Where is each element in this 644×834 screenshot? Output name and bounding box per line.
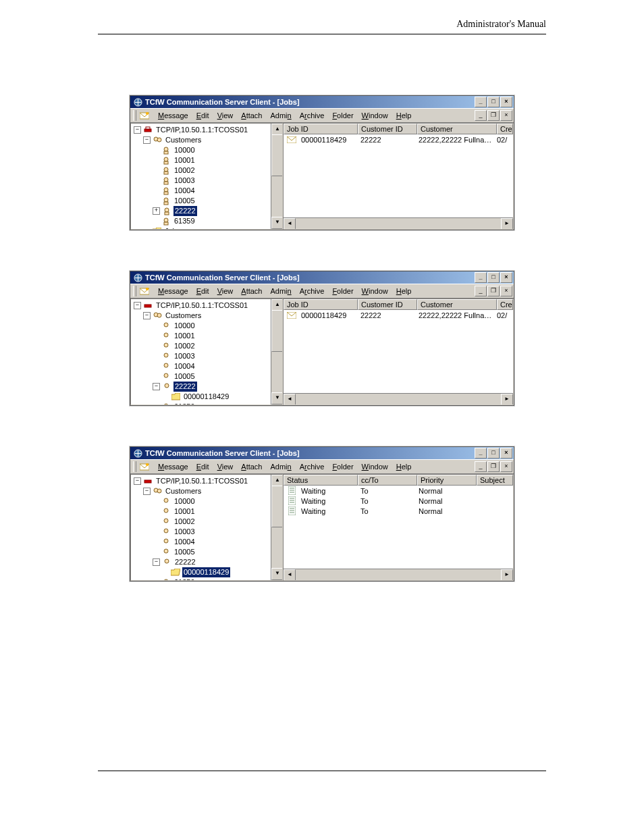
tree-job-row-selected[interactable]: 00000118429 — [134, 567, 282, 577]
minimize-button[interactable]: _ — [475, 272, 487, 283]
menu-folder[interactable]: Folder — [328, 463, 357, 471]
list-row[interactable]: 00000118429 22222 22222,22222 Fullna… 02… — [284, 134, 513, 145]
menu-folder[interactable]: Folder — [328, 287, 357, 295]
tree-pane[interactable]: −TCP/IP,10.50.1.1:TCOSS01 −Customers 100… — [130, 298, 283, 405]
list-row[interactable]: 00000118429 22222 22222,22222 Fullna… 02… — [284, 310, 513, 320]
scroll-right-icon[interactable]: ► — [501, 394, 513, 405]
mdi-restore-button[interactable]: ❐ — [487, 286, 500, 296]
collapse-icon[interactable]: − — [134, 126, 141, 134]
col-customer[interactable]: Customer — [417, 299, 497, 310]
tree-item-selected[interactable]: −22222 — [134, 382, 282, 392]
tree-item-expanded[interactable]: −22222 — [134, 557, 282, 567]
menu-help[interactable]: Help — [392, 463, 416, 471]
list-scrollbar-h[interactable]: ◄ ► — [284, 393, 513, 405]
tree-item[interactable]: 10005 — [134, 371, 282, 382]
col-subject[interactable]: Subject — [477, 475, 513, 486]
col-ccto[interactable]: cc/To — [358, 475, 417, 486]
tree-root-row[interactable]: −TCP/IP,10.50.1.1:TCOSS01 — [134, 476, 282, 486]
close-button[interactable]: × — [500, 448, 512, 459]
col-cre[interactable]: Cre. — [497, 299, 513, 310]
mdi-minimize-button[interactable]: _ — [475, 461, 487, 472]
mdi-restore-button[interactable]: ❐ — [487, 110, 500, 121]
maximize-button[interactable]: □ — [487, 448, 500, 459]
mdi-close-button[interactable]: × — [500, 110, 512, 121]
tree-item[interactable]: 10005 — [134, 547, 282, 557]
menu-view[interactable]: View — [213, 111, 238, 120]
scroll-thumb[interactable] — [271, 310, 283, 352]
menu-view[interactable]: View — [213, 463, 238, 471]
collapse-icon[interactable]: − — [143, 488, 151, 495]
tree-item[interactable]: 10000 — [134, 496, 282, 506]
menu-view[interactable]: View — [213, 287, 238, 295]
menu-edit[interactable]: Edit — [192, 287, 213, 295]
tree-item[interactable]: 10004 — [134, 186, 282, 196]
col-customer-id[interactable]: Customer ID — [358, 124, 417, 134]
mdi-close-button[interactable]: × — [500, 286, 512, 296]
tree-customers-row[interactable]: −Customers — [134, 486, 282, 496]
tree-scrollbar[interactable]: ▲ ▼ — [271, 124, 282, 229]
tree-item[interactable]: 10002 — [134, 165, 282, 176]
tree-jobs-row[interactable]: Jobs — [134, 226, 282, 230]
menu-archive[interactable]: Archive — [296, 111, 329, 120]
tree-item[interactable]: 10003 — [134, 351, 282, 361]
list-scrollbar-h[interactable]: ◄ ► — [284, 217, 513, 229]
tree-item[interactable]: 10002 — [134, 517, 282, 527]
menu-folder[interactable]: Folder — [328, 111, 357, 120]
minimize-button[interactable]: _ — [475, 97, 487, 107]
tree-item-selected[interactable]: +22222 — [134, 206, 282, 216]
maximize-button[interactable]: □ — [487, 272, 500, 283]
menu-archive[interactable]: Archive — [296, 287, 329, 295]
scroll-left-icon[interactable]: ◄ — [284, 394, 296, 405]
col-cre[interactable]: Cre. — [497, 124, 513, 134]
tree-customers-row[interactable]: −Customers — [134, 311, 282, 321]
toolbar-handle-icon[interactable] — [133, 110, 136, 121]
menu-message[interactable]: Message — [154, 287, 192, 295]
list-pane[interactable]: Job ID Customer ID Customer Cre. 0000011… — [283, 298, 514, 405]
col-priority[interactable]: Priority — [417, 475, 477, 486]
tree-item[interactable]: 61359 — [134, 216, 282, 226]
tree-item[interactable]: 10000 — [134, 321, 282, 331]
menu-archive[interactable]: Archive — [296, 463, 329, 471]
new-message-icon[interactable] — [139, 461, 150, 472]
new-message-icon[interactable] — [139, 286, 150, 296]
menu-admin[interactable]: Admin — [266, 287, 295, 295]
titlebar[interactable]: TCfW Communication Server Client - [Jobs… — [130, 96, 514, 108]
collapse-icon[interactable]: − — [134, 477, 141, 485]
menu-attach[interactable]: Attach — [237, 111, 266, 120]
tree-item[interactable]: 10001 — [134, 506, 282, 517]
scroll-left-icon[interactable]: ◄ — [284, 218, 296, 230]
tree-item[interactable]: 61359 — [134, 402, 282, 405]
list-pane[interactable]: Status cc/To Priority Subject Waiting To… — [283, 474, 514, 581]
tree-item[interactable]: 10004 — [134, 361, 282, 371]
tree-item[interactable]: 10003 — [134, 176, 282, 186]
menu-attach[interactable]: Attach — [237, 287, 266, 295]
tree-item[interactable]: 10004 — [134, 537, 282, 547]
menu-help[interactable]: Help — [392, 111, 416, 120]
menu-admin[interactable]: Admin — [266, 463, 295, 471]
tree-pane[interactable]: −TCP/IP,10.50.1.1:TCOSS01 −Customers 100… — [130, 474, 283, 581]
mdi-close-button[interactable]: × — [500, 461, 512, 472]
menu-window[interactable]: Window — [358, 287, 392, 295]
col-customer[interactable]: Customer — [417, 124, 497, 134]
menu-edit[interactable]: Edit — [192, 111, 213, 120]
new-message-icon[interactable] — [139, 110, 150, 121]
tree-item[interactable]: 10001 — [134, 155, 282, 165]
scroll-down-icon[interactable]: ▼ — [271, 568, 283, 580]
tree-customers-row[interactable]: − Customers — [134, 135, 282, 145]
tree-root-row[interactable]: −TCP/IP,10.50.1.1:TCOSS01 — [134, 301, 282, 311]
menu-attach[interactable]: Attach — [237, 463, 266, 471]
menu-window[interactable]: Window — [358, 111, 392, 120]
tree-item[interactable]: 10001 — [134, 331, 282, 341]
scroll-thumb[interactable] — [271, 486, 283, 527]
expand-icon[interactable]: + — [153, 207, 160, 215]
scroll-left-icon[interactable]: ◄ — [284, 569, 296, 581]
menu-window[interactable]: Window — [358, 463, 392, 471]
col-job-id[interactable]: Job ID — [284, 124, 358, 134]
list-row[interactable]: Waiting To Normal — [284, 496, 513, 506]
scroll-thumb[interactable] — [271, 134, 283, 176]
mdi-minimize-button[interactable]: _ — [475, 110, 487, 121]
scroll-down-icon[interactable]: ▼ — [271, 392, 283, 405]
tree-scrollbar[interactable]: ▲ ▼ — [271, 299, 282, 405]
menu-edit[interactable]: Edit — [192, 463, 213, 471]
collapse-icon[interactable]: − — [143, 136, 151, 144]
